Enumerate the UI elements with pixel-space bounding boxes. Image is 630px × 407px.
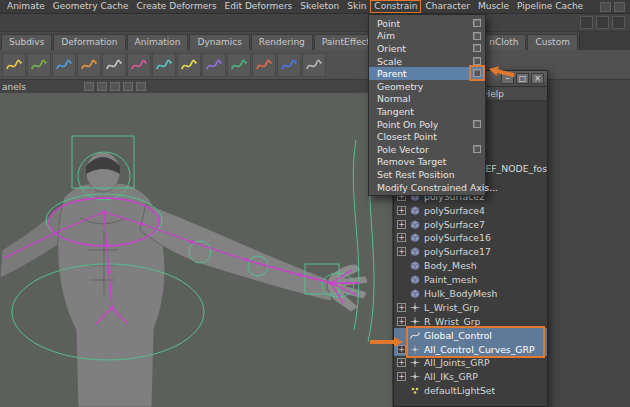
viewport-toolbar-icon-1[interactable] [84, 82, 94, 91]
outliner-item-all-joints-grp[interactable]: +All_Joints_GRP [394, 356, 547, 370]
menu-item-remove-target[interactable]: Remove Target [369, 156, 485, 169]
outliner-item-defaultlightset[interactable]: defaultLightSet [394, 384, 547, 398]
shelf-tab-animation[interactable]: Animation [127, 34, 189, 50]
menu-item-modify-constrained-axis[interactable]: Modify Constrained Axis... [369, 181, 485, 194]
outliner-item-hulk-bodymesh[interactable]: Hulk_BodyMesh [394, 287, 547, 301]
menu-skin[interactable]: Skin [343, 0, 370, 13]
outliner-item-r-wrist-grp[interactable]: +R_Wrist_Grp [394, 314, 547, 328]
menu-geometry-cache[interactable]: Geometry Cache [49, 0, 133, 13]
option-box-point[interactable] [473, 19, 481, 27]
shelf-tab-rendering[interactable]: Rendering [251, 34, 313, 50]
outliner-item-paint-mesh[interactable]: Paint_mesh [394, 273, 547, 287]
expand-toggle[interactable]: + [397, 247, 406, 256]
menu-edit-deformers[interactable]: Edit Deformers [221, 0, 297, 13]
menu-item-parent[interactable]: Parent [369, 67, 485, 80]
outliner-item-polysurface16[interactable]: +polySurface16 [394, 231, 547, 245]
option-box-orient[interactable] [473, 44, 481, 52]
shelf-curve-13-icon[interactable] [302, 53, 326, 77]
shelf-curve-3-icon[interactable] [52, 53, 76, 77]
menu-constrain[interactable]: Constrain [370, 0, 421, 13]
expand-toggle[interactable]: + [397, 220, 406, 229]
menu-item-normal[interactable]: Normal [369, 93, 485, 106]
close-button[interactable]: × [531, 73, 544, 84]
shelf-tab-dynamics[interactable]: Dynamics [189, 34, 249, 50]
viewport-toolbar-icon-5[interactable] [136, 82, 146, 91]
viewport-panels-menu[interactable]: anels [2, 82, 26, 92]
menu-item-aim[interactable]: Aim [369, 30, 485, 43]
menu-pipeline-cache[interactable]: Pipeline Cache [513, 0, 587, 13]
menu-item-tangent[interactable]: Tangent [369, 105, 485, 118]
shelf-curve-7-icon[interactable] [152, 53, 176, 77]
menu-item-label: Remove Target [377, 156, 446, 167]
expand-toggle[interactable]: + [397, 372, 406, 381]
outliner-item-polysurface7[interactable]: +polySurface7 [394, 217, 547, 231]
show-hide-icon-3[interactable] [612, 16, 625, 29]
show-hide-icon[interactable] [580, 16, 593, 29]
outliner-item-l-wrist-grp[interactable]: +L_Wrist_Grp [394, 300, 547, 314]
menu-item-point-on-poly[interactable]: Point On Poly [369, 118, 485, 131]
shelf-curve-2-icon[interactable] [27, 53, 51, 77]
outliner-item-label: All_Joints_GRP [424, 357, 490, 368]
viewport[interactable]: anels [0, 80, 392, 407]
shelf-tab-custom[interactable]: Custom [527, 34, 577, 50]
menu-item-closest-point[interactable]: Closest Point [369, 130, 485, 143]
outliner-item-global-control[interactable]: Global_Control [394, 328, 547, 342]
option-box-parent[interactable] [473, 69, 481, 77]
maximize-button[interactable]: □ [516, 73, 529, 84]
expand-toggle[interactable]: + [397, 358, 406, 367]
menu-item-label: Pole Vector [377, 144, 429, 155]
outliner-item-all-iks-grp[interactable]: +All_IKs_GRP [394, 370, 547, 384]
menu-item-label: Normal [377, 93, 411, 104]
expand-toggle[interactable]: + [397, 206, 406, 215]
expand-toggle[interactable]: + [397, 317, 406, 326]
outliner-menu-help[interactable]: Help [483, 89, 504, 99]
expand-toggle[interactable]: + [397, 233, 406, 242]
arrow-shaft [370, 340, 394, 344]
menu-item-set-rest-position[interactable]: Set Rest Position [369, 168, 485, 181]
outliner-item-polysurface4[interactable]: +polySurface4 [394, 203, 547, 217]
shelf-curve-5-icon[interactable] [102, 53, 126, 77]
outliner-item-label: polySurface7 [424, 219, 485, 230]
viewport-toolbar-icon-3[interactable] [110, 82, 120, 91]
shelf-curve-8-icon[interactable] [177, 53, 201, 77]
layout-shortcut-icon[interactable] [600, 2, 611, 12]
arrow-head-icon [394, 337, 403, 347]
shelf-curve-12-icon[interactable] [277, 53, 301, 77]
viewport-toolbar-icon-2[interactable] [97, 82, 107, 91]
shelf-tab-bar: SubdivsDeformationAnimationDynamicsRende… [0, 32, 630, 50]
shelf-tab-deformation[interactable]: Deformation [53, 34, 125, 50]
menu-skeleton[interactable]: Skeleton [296, 0, 343, 13]
shelf-curve-9-icon[interactable] [202, 53, 226, 77]
menu-item-pole-vector[interactable]: Pole Vector [369, 143, 485, 156]
menu-animate[interactable]: Animate [3, 0, 49, 13]
outliner-item-all-control-curves-grp[interactable]: +All_Control_Curves_GRP [394, 342, 547, 356]
outliner-item-label: Hulk_BodyMesh [424, 288, 497, 299]
menu-item-scale[interactable]: Scale [369, 55, 485, 68]
shelf-curve-10-icon[interactable] [227, 53, 251, 77]
option-box-scale[interactable] [473, 57, 481, 65]
outliner-item-label: Paint_mesh [424, 274, 477, 285]
menu-character[interactable]: Character [421, 0, 473, 13]
option-box-point-on-poly[interactable] [473, 120, 481, 128]
viewport-toolbar-icon-4[interactable] [123, 82, 133, 91]
outliner-item-polysurface17[interactable]: +polySurface17 [394, 245, 547, 259]
show-hide-icon-2[interactable] [596, 16, 609, 29]
outliner-item-label: Body_Mesh [424, 260, 477, 271]
menu-muscle[interactable]: Muscle [474, 0, 513, 13]
outliner-item-body-mesh[interactable]: Body_Mesh [394, 259, 547, 273]
expand-toggle[interactable]: + [397, 303, 406, 312]
menu-item-orient[interactable]: Orient [369, 42, 485, 55]
shelf-curve-6-icon[interactable] [127, 53, 151, 77]
option-box-pole-vector[interactable] [473, 145, 481, 153]
shelf-tab-ncloth[interactable]: nCloth [481, 34, 526, 50]
shelf-tab-subdivs[interactable]: Subdivs [1, 34, 52, 50]
shelf-curve-4-icon[interactable] [77, 53, 101, 77]
option-box-aim[interactable] [473, 32, 481, 40]
menu-item-label: Closest Point [377, 131, 437, 142]
shelf-curve-1-icon[interactable] [2, 53, 26, 77]
menu-item-geometry[interactable]: Geometry [369, 80, 485, 93]
menu-create-deformers[interactable]: Create Deformers [132, 0, 220, 13]
layout-shortcut-icon-2[interactable] [614, 2, 625, 12]
shelf-curve-11-icon[interactable] [252, 53, 276, 77]
menu-item-point[interactable]: Point [369, 17, 485, 30]
